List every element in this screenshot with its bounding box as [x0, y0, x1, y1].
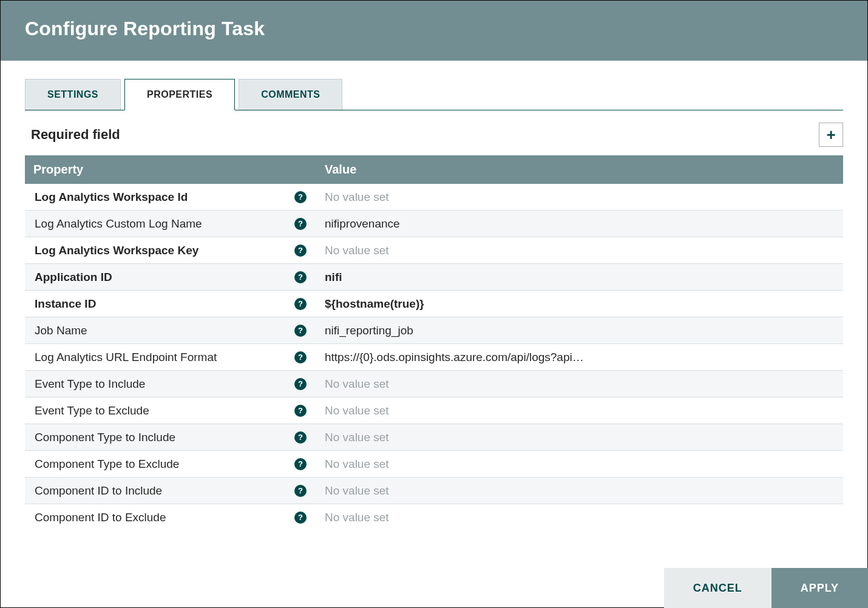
property-cell: Event Type to Exclude?: [25, 404, 316, 417]
properties-subheader: Required field +: [25, 110, 843, 155]
tab-properties[interactable]: PROPERTIES: [124, 79, 235, 110]
table-rows: Log Analytics Workspace Id?No value setL…: [25, 184, 843, 527]
value-cell[interactable]: No value set: [316, 404, 632, 417]
property-cell: Log Analytics URL Endpoint Format?: [25, 351, 316, 364]
dialog-footer: CANCEL APPLY: [664, 568, 868, 608]
property-cell: Log Analytics Workspace Id?: [25, 191, 316, 204]
value-cell[interactable]: nifi_reporting_job: [316, 324, 632, 337]
property-name: Log Analytics Custom Log Name: [35, 217, 294, 231]
property-cell: Log Analytics Custom Log Name?: [25, 217, 316, 231]
apply-button[interactable]: APPLY: [771, 568, 868, 608]
property-name: Log Analytics Workspace Key: [35, 244, 294, 257]
help-icon[interactable]: ?: [294, 378, 307, 390]
property-cell: Component Type to Exclude?: [25, 458, 316, 471]
value-cell[interactable]: No value set: [316, 511, 632, 524]
table-header-row: Property Value: [25, 155, 843, 184]
dialog-body: SETTINGS PROPERTIES COMMENTS Required fi…: [1, 61, 867, 527]
value-cell[interactable]: nifiprovenance: [316, 217, 632, 231]
property-name: Component ID to Include: [35, 484, 294, 498]
property-name: Log Analytics Workspace Id: [35, 191, 294, 204]
property-name: Instance ID: [35, 297, 294, 311]
property-cell: Application ID?: [25, 271, 316, 284]
dialog-header: Configure Reporting Task: [1, 1, 867, 61]
table-row: Log Analytics URL Endpoint Format?https:…: [25, 344, 843, 371]
property-name: Component Type to Exclude: [35, 458, 294, 471]
table-row: Component ID to Exclude?No value set: [25, 504, 843, 527]
tab-settings[interactable]: SETTINGS: [25, 79, 121, 110]
value-cell[interactable]: No value set: [316, 431, 632, 444]
help-icon[interactable]: ?: [294, 218, 307, 230]
help-icon[interactable]: ?: [294, 485, 307, 497]
column-header-value: Value: [316, 155, 843, 184]
value-cell[interactable]: No value set: [316, 191, 632, 204]
property-name: Application ID: [35, 271, 294, 284]
property-cell: Component ID to Exclude?: [25, 511, 316, 524]
value-cell[interactable]: nifi: [316, 271, 632, 284]
required-field-label: Required field: [25, 127, 120, 143]
property-cell: Instance ID?: [25, 297, 316, 311]
property-cell: Component ID to Include?: [25, 484, 316, 498]
help-icon[interactable]: ?: [294, 325, 307, 337]
value-cell[interactable]: No value set: [316, 244, 632, 257]
property-cell: Event Type to Include?: [25, 377, 316, 391]
dialog-title: Configure Reporting Task: [25, 18, 843, 40]
table-row: Application ID?nifi: [25, 264, 843, 291]
help-icon[interactable]: ?: [294, 512, 307, 524]
property-cell: Component Type to Include?: [25, 431, 316, 444]
property-name: Component Type to Include: [35, 431, 294, 444]
properties-table: Property Value Log Analytics Workspace I…: [25, 155, 843, 527]
property-name: Event Type to Exclude: [35, 404, 294, 417]
add-property-button[interactable]: +: [819, 123, 843, 147]
value-cell[interactable]: No value set: [316, 458, 632, 471]
property-cell: Log Analytics Workspace Key?: [25, 244, 316, 257]
table-row: Log Analytics Workspace Key?No value set: [25, 237, 843, 264]
help-icon[interactable]: ?: [294, 298, 307, 310]
table-row: Component Type to Exclude?No value set: [25, 451, 843, 478]
value-cell[interactable]: ${hostname(true)}: [316, 297, 632, 311]
table-row: Log Analytics Custom Log Name?nifiproven…: [25, 211, 843, 237]
value-cell[interactable]: No value set: [316, 484, 632, 498]
tab-bar: SETTINGS PROPERTIES COMMENTS: [25, 79, 843, 110]
help-icon[interactable]: ?: [294, 271, 307, 283]
value-cell[interactable]: No value set: [316, 377, 632, 391]
plus-icon: +: [826, 126, 835, 144]
table-row: Instance ID?${hostname(true)}: [25, 291, 843, 317]
help-icon[interactable]: ?: [294, 351, 307, 363]
help-icon[interactable]: ?: [294, 405, 307, 417]
tab-comments[interactable]: COMMENTS: [239, 79, 342, 110]
help-icon[interactable]: ?: [294, 245, 307, 257]
table-row: Event Type to Include?No value set: [25, 371, 843, 397]
property-name: Log Analytics URL Endpoint Format: [35, 351, 294, 364]
property-name: Component ID to Exclude: [35, 511, 294, 524]
property-name: Job Name: [35, 324, 294, 337]
help-icon[interactable]: ?: [294, 431, 307, 444]
property-name: Event Type to Include: [35, 377, 294, 391]
value-cell[interactable]: https://{0}.ods.opinsights.azure.com/api…: [316, 351, 632, 364]
cancel-button[interactable]: CANCEL: [664, 568, 771, 608]
help-icon[interactable]: ?: [294, 191, 307, 203]
table-row: Event Type to Exclude?No value set: [25, 397, 843, 424]
column-header-property: Property: [25, 155, 316, 184]
table-row: Log Analytics Workspace Id?No value set: [25, 184, 843, 211]
table-row: Job Name?nifi_reporting_job: [25, 317, 843, 344]
table-row: Component Type to Include?No value set: [25, 424, 843, 451]
property-cell: Job Name?: [25, 324, 316, 337]
table-row: Component ID to Include?No value set: [25, 478, 843, 504]
help-icon[interactable]: ?: [294, 458, 307, 470]
